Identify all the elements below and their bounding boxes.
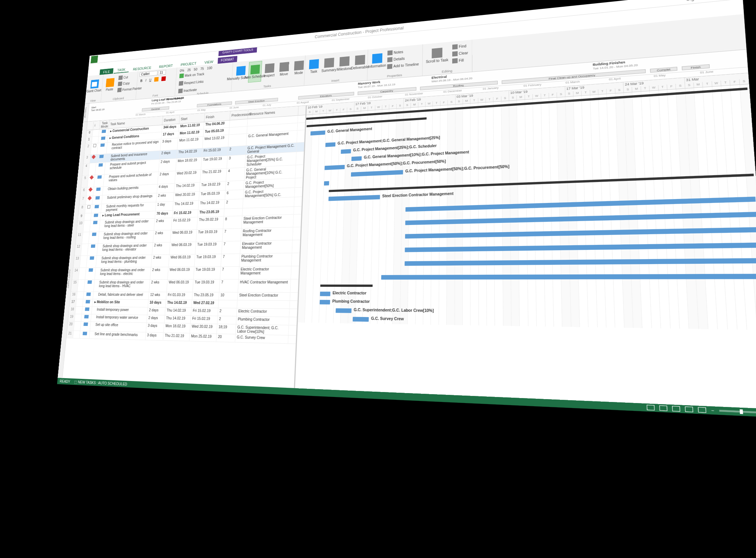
zoom-out-button[interactable]: − [711,408,714,413]
task-bar[interactable]: G.C. General Management[10%];G.C. Projec… [351,156,362,161]
auto-schedule-icon [100,144,104,147]
scroll-to-task-button[interactable]: Scroll to Task [425,43,449,68]
bar-label: Electric Contractor [333,291,366,295]
scroll-icon [432,48,442,58]
view-report-icon[interactable] [698,407,707,413]
gantt-row[interactable] [299,281,756,291]
find-icon [452,44,458,49]
task-bar[interactable]: Electric Contractor [320,292,330,296]
auto-schedule-icon [102,130,106,133]
task-bar[interactable]: G.C. Project Management[50%];G.C. Procur… [351,170,403,177]
task-bar[interactable]: G.C. Project Management[50%];G.C. Procur… [325,165,345,170]
view-board-icon[interactable] [672,406,680,412]
info-icon [372,53,382,64]
auto-schedule-button[interactable]: Auto Schedule [248,61,262,82]
gantt-chart[interactable]: 10 Feb '1917 Feb '1924 Feb '1903 Mar '19… [295,73,756,409]
bold-button[interactable]: B [139,78,144,83]
format-painter-icon [117,88,122,92]
find-button[interactable]: Find [451,42,470,50]
inspect-button[interactable]: Inspect [262,59,276,81]
timeline-band[interactable]: Finish [682,64,710,70]
auto-schedule-icon [84,315,89,318]
bar-label: Steel Erection Contractor Management [382,192,454,198]
view-usage-icon[interactable] [659,405,668,411]
clear-button[interactable]: Clear [451,49,470,57]
auto-schedule-icon [86,300,90,304]
group-view-label: View [87,99,99,103]
inspect-icon [265,63,274,73]
view-resource-icon[interactable] [685,407,693,412]
bar-label: G.C. Superintendent;G.C. Labor Crew[10%] [354,308,434,313]
timeline-start: Start Tue 18.02.19 [91,105,105,112]
font-family-select[interactable]: Calibri [140,71,158,77]
check-icon [179,74,184,78]
move-button[interactable]: Move [277,58,291,80]
mode-button[interactable]: Mode [292,57,306,79]
font-size-select[interactable]: 11 [158,70,166,75]
gantt-row[interactable] [299,272,756,281]
deliverable-icon [355,55,365,65]
zoom-slider[interactable] [719,410,756,413]
status-newtasks[interactable]: ⬚ NEW TASKS : AUTO SCHEDULED [74,380,127,386]
task-bar[interactable]: G.C. Survey Crew [353,317,369,322]
clear-icon [452,51,458,57]
timeline-vertical-label: TIMELINE [83,103,90,122]
underline-button[interactable]: U [148,77,153,82]
respect-links-button[interactable]: Respect Links [178,79,205,87]
details-icon [387,57,393,63]
app-window: Commercial Construction - Project Profes… [57,0,756,417]
gantt-chart-button[interactable]: Gantt Chart [87,76,102,96]
auto-schedule-icon [96,188,100,191]
mode-icon [294,60,304,70]
milestone-icon [339,56,350,66]
task-bar[interactable]: Plumbing Contractor [320,300,330,305]
task-button[interactable]: Task [307,55,321,78]
auto-schedule-icon [86,293,91,296]
view-gantt-icon[interactable] [647,405,655,411]
task-icon [309,59,319,69]
task-bar[interactable]: G.C. Project Management[25%];G.C. Schedu… [341,149,351,154]
summary-bar[interactable] [320,285,373,287]
manual-icon [236,66,246,76]
italic-button[interactable]: I [144,78,147,83]
deliverable-button[interactable]: Deliverable [352,51,367,74]
auto-schedule-icon [91,245,95,248]
auto-schedule-icon [83,322,88,326]
auto-schedule-icon [85,307,90,311]
table-row[interactable]: 15Submit shop drawings and order long le… [71,279,298,293]
copy-icon [118,81,123,86]
task-grid[interactable]: i Task Mode Task Name Duration Start Fin… [63,106,307,388]
task-bar[interactable]: G.C. Project Management;G.C. General Man… [325,142,335,147]
table-row[interactable]: 14Submit shop drawings and order long le… [72,266,299,280]
task-bar[interactable]: HVAC Contractor Management [405,258,756,266]
font-color-button[interactable] [160,76,167,82]
cut-icon [118,75,123,80]
status-ready: READY [60,379,70,383]
timeline-band[interactable]: Complet [650,67,677,73]
auto-icon [250,65,260,75]
app-icon [91,55,98,63]
auto-schedule-icon [99,155,103,158]
manually-schedule-button[interactable]: Manually Schedule [234,62,248,84]
table-row[interactable]: 13Submit shop drawings and order long le… [73,253,299,268]
bar-label: Plumbing Contractor [332,299,370,304]
timeline-icon [387,64,393,69]
auto-schedule-icon [101,136,105,140]
bar-label: G.C. Survey Crew [371,316,404,321]
notes-icon [388,50,393,55]
auto-schedule-icon [94,205,99,209]
paste-icon [106,78,115,87]
fill-color-button[interactable] [153,76,160,82]
signin-link[interactable]: Sign in [686,0,703,2]
information-button[interactable]: Information [370,49,385,73]
task-bar[interactable]: Steel Erection Contractor Management [328,195,380,201]
task-bar[interactable]: G.C. General Management [310,130,325,135]
task-bar[interactable] [324,181,329,186]
milestone-button[interactable]: Milestone [337,52,352,75]
task-bar[interactable] [381,274,756,279]
summary-button[interactable]: Summary [322,54,336,76]
fill-button[interactable]: Fill [451,57,470,64]
task-bar[interactable]: G.C. Superintendent;G.C. Labor Crew[10%] [336,308,352,313]
summary-icon [324,58,334,68]
paste-button[interactable]: Paste [103,75,117,95]
